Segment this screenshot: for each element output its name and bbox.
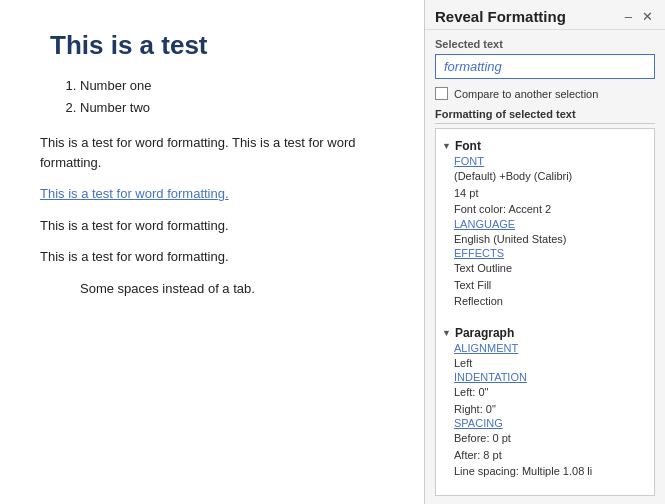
paragraph-section-title: ▼ Paragraph — [442, 326, 648, 340]
paragraph-section: ▼ Paragraph ALIGNMENT Left INDENTATION L… — [436, 320, 654, 484]
selected-text-box: formatting — [435, 54, 655, 79]
effects-value-3: Reflection — [454, 293, 648, 310]
section-section-heading: Section — [455, 496, 498, 497]
spacing-line: Line spacing: Multiple 1.08 li — [454, 463, 648, 480]
compare-label: Compare to another selection — [454, 88, 598, 100]
doc-list: Number one Number two — [80, 75, 384, 119]
effects-value-2: Text Fill — [454, 277, 648, 294]
panel-body: Selected text formatting Compare to anot… — [425, 30, 665, 504]
doc-para-3: This is a test for word formatting. — [40, 247, 384, 267]
paragraph-section-heading: Paragraph — [455, 326, 514, 340]
indentation-left: Left: 0" — [454, 384, 648, 401]
spacing-link[interactable]: SPACING — [454, 417, 648, 429]
font-value: (Default) +Body (Calibri) — [454, 168, 648, 185]
doc-heading: This is a test — [50, 30, 384, 61]
alignment-value: Left — [454, 355, 648, 372]
alignment-link[interactable]: ALIGNMENT — [454, 342, 648, 354]
compare-row: Compare to another selection — [435, 87, 655, 100]
list-item: Number one — [80, 75, 384, 97]
font-color-value: Font color: Accent 2 — [454, 201, 648, 218]
font-section: ▼ Font FONT (Default) +Body (Calibri) 14… — [436, 133, 654, 314]
panel-header: Reveal Formatting – ✕ — [425, 0, 665, 30]
indentation-link[interactable]: INDENTATION — [454, 371, 648, 383]
font-section-title: ▼ Font — [442, 139, 648, 153]
collapse-button[interactable]: – — [623, 10, 634, 23]
panel-controls: – ✕ — [623, 10, 655, 23]
list-item: Number two — [80, 97, 384, 119]
section-section: ▼ Section MARGINS Left: 1" — [436, 490, 654, 497]
font-triangle-icon: ▼ — [442, 141, 451, 151]
compare-checkbox[interactable] — [435, 87, 448, 100]
doc-para-1: This is a test for word formatting. This… — [40, 133, 384, 172]
section-section-title: ▼ Section — [442, 496, 648, 497]
formatting-of-selected-text-label: Formatting of selected text — [435, 108, 655, 124]
spacing-after: After: 8 pt — [454, 447, 648, 464]
doc-link-para: This is a test for word formatting. — [40, 184, 384, 204]
effects-link[interactable]: EFFECTS — [454, 247, 648, 259]
formatting-scroll-area[interactable]: ▼ Font FONT (Default) +Body (Calibri) 14… — [435, 128, 655, 496]
effects-value-1: Text Outline — [454, 260, 648, 277]
spacing-before: Before: 0 pt — [454, 430, 648, 447]
paragraph-triangle-icon: ▼ — [442, 328, 451, 338]
reveal-formatting-panel: Reveal Formatting – ✕ Selected text form… — [425, 0, 665, 504]
language-value: English (United States) — [454, 231, 648, 248]
font-size-value: 14 pt — [454, 185, 648, 202]
close-button[interactable]: ✕ — [640, 10, 655, 23]
panel-title: Reveal Formatting — [435, 8, 566, 25]
language-link[interactable]: LANGUAGE — [454, 218, 648, 230]
selected-text-label: Selected text — [435, 38, 655, 50]
indentation-right: Right: 0" — [454, 401, 648, 418]
doc-para-4: Some spaces instead of a tab. — [80, 279, 384, 299]
doc-para-2: This is a test for word formatting. — [40, 216, 384, 236]
document-area: This is a test Number one Number two Thi… — [0, 0, 425, 504]
font-link[interactable]: FONT — [454, 155, 648, 167]
font-section-heading: Font — [455, 139, 481, 153]
